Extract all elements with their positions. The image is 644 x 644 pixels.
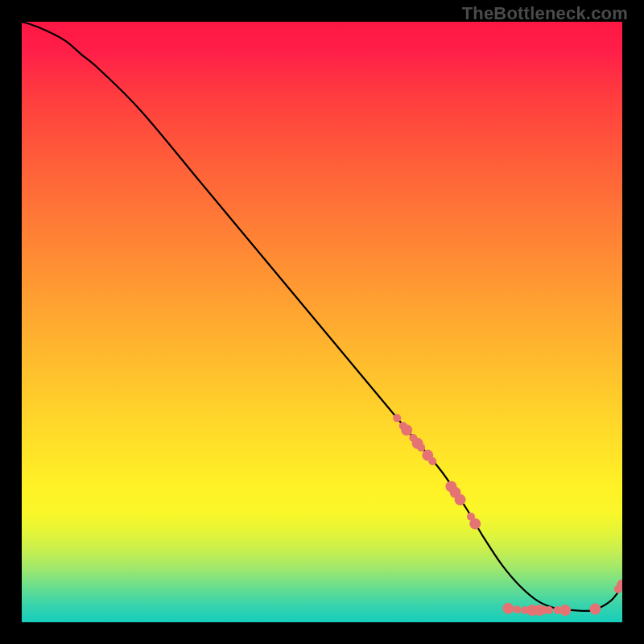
- data-point: [545, 606, 553, 614]
- data-point: [589, 604, 601, 615]
- data-point: [455, 494, 466, 506]
- data-point: [513, 605, 521, 613]
- data-point: [559, 605, 571, 616]
- data-point: [401, 424, 412, 436]
- bottleneck-curve: [22, 22, 622, 611]
- chart-svg: [22, 22, 622, 622]
- data-point: [428, 457, 436, 465]
- data-point: [393, 414, 401, 422]
- watermark-text: TheBottleneck.com: [462, 3, 628, 24]
- curve-path: [22, 22, 622, 611]
- chart-plot-area: [22, 22, 622, 622]
- data-point: [502, 603, 514, 614]
- data-point: [417, 444, 425, 452]
- data-markers: [393, 414, 622, 616]
- data-point: [469, 518, 481, 530]
